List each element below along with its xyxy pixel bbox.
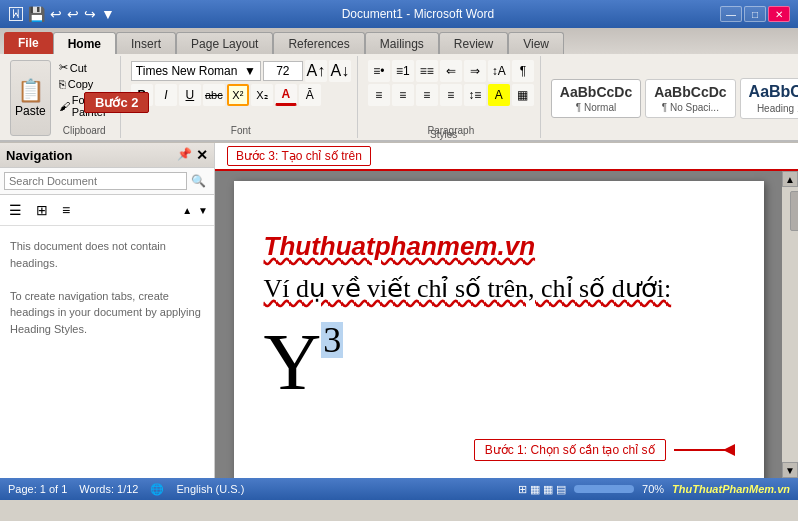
align-left-button[interactable]: ≡ — [368, 84, 390, 106]
font-name-arrow: ▼ — [244, 64, 256, 78]
grow-font-button[interactable]: A↑ — [305, 60, 327, 82]
tab-page-layout[interactable]: Page Layout — [176, 32, 273, 54]
tab-mailings[interactable]: Mailings — [365, 32, 439, 54]
nav-pin-button[interactable]: 📌 — [177, 147, 192, 163]
save-btn[interactable]: 💾 — [27, 5, 46, 23]
word-count: Words: 1/12 — [79, 483, 138, 495]
increase-indent-button[interactable]: ⇒ — [464, 60, 486, 82]
bullets-button[interactable]: ≡• — [368, 60, 390, 82]
superscript-3: 3 — [321, 322, 343, 358]
tab-bar: File Home Insert Page Layout References … — [0, 28, 798, 54]
brand-text: ThuThuatPhanMem.vn — [672, 483, 790, 495]
font-group-label: Font — [131, 125, 351, 136]
style-heading1-preview: AaBbCc — [749, 83, 798, 101]
tab-file[interactable]: File — [4, 32, 53, 54]
nav-grid-icon[interactable]: ⊞ — [31, 199, 53, 221]
style-no-spacing-preview: AaBbCcDc — [654, 84, 726, 100]
underline-button[interactable]: U — [179, 84, 201, 106]
para-row2: ≡ ≡ ≡ ≡ ↕≡ A ▦ — [368, 84, 534, 106]
close-button[interactable]: ✕ — [768, 6, 790, 22]
show-hide-button[interactable]: ¶ — [512, 60, 534, 82]
multilevel-button[interactable]: ≡≡ — [416, 60, 438, 82]
align-right-button[interactable]: ≡ — [416, 84, 438, 106]
numbering-button[interactable]: ≡1 — [392, 60, 414, 82]
step1-arrow — [674, 449, 734, 451]
shading-button[interactable]: A — [488, 84, 510, 106]
copy-button[interactable]: ⎘ Copy — [55, 77, 114, 91]
search-input[interactable] — [4, 172, 187, 190]
nav-lines-icon[interactable]: ≡ — [57, 199, 75, 221]
tab-home[interactable]: Home — [53, 32, 116, 54]
font-row1: Times New Roman ▼ 72 A↑ A↓ — [131, 60, 351, 82]
vertical-scrollbar[interactable]: ▲ ▼ — [782, 171, 798, 478]
subscript-button[interactable]: X₂ — [251, 84, 273, 106]
nav-close-button[interactable]: ✕ — [196, 147, 208, 163]
nav-list-icon[interactable]: ☰ — [4, 199, 27, 221]
step1-annotation: Bước 1: Chọn số cần tạo chỉ số — [474, 439, 734, 461]
ribbon: File Home Insert Page Layout References … — [0, 28, 798, 143]
status-right: ⊞ ▦ ▦ ▤ 70% ThuThuatPhanMem.vn — [518, 483, 790, 496]
nav-down-button[interactable]: ▼ — [196, 203, 210, 218]
undo-btn[interactable]: ↩ — [49, 5, 63, 23]
zoom-slider[interactable] — [574, 485, 634, 493]
copy-label: Copy — [68, 78, 94, 90]
undo2-btn[interactable]: ↩ — [66, 5, 80, 23]
superscript-button[interactable]: X² — [227, 84, 249, 106]
site-title: Thuthuatphanmem.vn — [264, 231, 734, 262]
tab-view[interactable]: View — [508, 32, 564, 54]
doc-wrapper: Thuthuatphanmem.vn Ví dụ về viết chỉ số … — [215, 171, 798, 478]
format-painter-icon: 🖌 — [59, 100, 70, 112]
shrink-font-button[interactable]: A↓ — [329, 60, 351, 82]
scroll-up-button[interactable]: ▲ — [782, 171, 798, 187]
step2-label: Bước 2 — [84, 92, 149, 113]
font-name-dropdown[interactable]: Times New Roman ▼ — [131, 61, 261, 81]
scroll-down-button[interactable]: ▼ — [782, 462, 798, 478]
customize-btn[interactable]: ▼ — [100, 5, 116, 23]
word-icon[interactable]: 🅆 — [8, 5, 24, 23]
align-center-button[interactable]: ≡ — [392, 84, 414, 106]
line-spacing-button[interactable]: ↕≡ — [464, 84, 486, 106]
style-heading1[interactable]: AaBbCc Heading 1 — [740, 78, 798, 119]
tab-insert[interactable]: Insert — [116, 32, 176, 54]
navigation-panel: Navigation 📌 ✕ 🔍 ☰ ⊞ ≡ ▲ ▼ This document… — [0, 143, 215, 478]
sort-button[interactable]: ↕A — [488, 60, 510, 82]
page-count: Page: 1 of 1 — [8, 483, 67, 495]
window-controls: — □ ✕ — [720, 6, 790, 22]
language-flag: 🌐 — [150, 483, 164, 496]
justify-button[interactable]: ≡ — [440, 84, 462, 106]
create-nav-message: To create navigation tabs, create headin… — [10, 288, 204, 338]
tab-references[interactable]: References — [273, 32, 364, 54]
grow-shrink-buttons: A↑ A↓ — [305, 60, 351, 82]
style-no-spacing[interactable]: AaBbCcDc ¶ No Spaci... — [645, 79, 735, 118]
search-icon[interactable]: 🔍 — [187, 172, 210, 190]
window-title: Document1 - Microsoft Word — [116, 7, 720, 21]
italic-button[interactable]: I — [155, 84, 177, 106]
step3-annotation-bar: Bước 3: Tạo chỉ số trên — [215, 143, 798, 171]
nav-arrow-buttons: ▲ ▼ — [180, 203, 210, 218]
cut-label: Cut — [70, 62, 87, 74]
style-no-spacing-label: ¶ No Spaci... — [662, 102, 719, 113]
decrease-indent-button[interactable]: ⇐ — [440, 60, 462, 82]
zoom-level: 70% — [642, 483, 664, 495]
navigation-panel-title: Navigation — [6, 148, 72, 163]
cut-button[interactable]: ✂ Cut — [55, 60, 114, 75]
quick-access-toolbar: 🅆 💾 ↩ ↩ ↪ ▼ — [8, 5, 116, 23]
nav-up-button[interactable]: ▲ — [180, 203, 194, 218]
clear-format-button[interactable]: Ā — [299, 84, 321, 106]
minimize-button[interactable]: — — [720, 6, 742, 22]
copy-icon: ⎘ — [59, 78, 66, 90]
paste-button[interactable]: 📋 Paste — [10, 60, 51, 136]
document-area: Bước 3: Tạo chỉ số trên Thuthuatphanmem.… — [215, 143, 798, 478]
borders-button[interactable]: ▦ — [512, 84, 534, 106]
style-normal[interactable]: AaBbCcDc ¶ Normal — [551, 79, 641, 118]
maximize-button[interactable]: □ — [744, 6, 766, 22]
strikethrough-button[interactable]: abc — [203, 84, 225, 106]
no-headings-message: This document does not contain headings. — [10, 238, 204, 271]
scroll-thumb[interactable] — [790, 191, 798, 231]
tab-review[interactable]: Review — [439, 32, 508, 54]
para-row1: ≡• ≡1 ≡≡ ⇐ ⇒ ↕A ¶ — [368, 60, 534, 82]
text-color-button[interactable]: A — [275, 84, 297, 106]
font-size-input[interactable]: 72 — [263, 61, 303, 81]
paste-icon: 📋 — [17, 78, 44, 104]
redo-btn[interactable]: ↪ — [83, 5, 97, 23]
